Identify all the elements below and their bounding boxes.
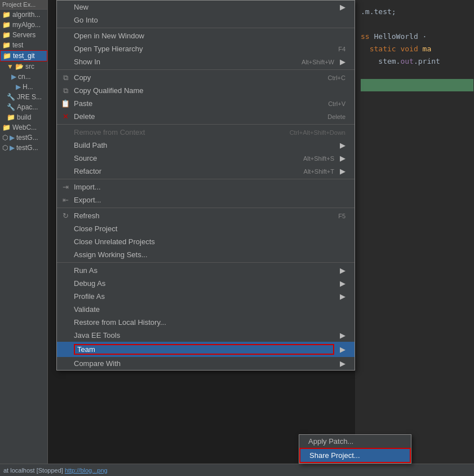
shortcut-refactor: Alt+Shift+T bbox=[304, 168, 334, 175]
menu-item-copy-qualified-label: Copy Qualified Name bbox=[74, 86, 345, 95]
folder-icon: 📂 bbox=[15, 63, 24, 70]
menu-item-profile-as[interactable]: Profile As ▶ bbox=[57, 290, 355, 303]
menu-item-compare-with[interactable]: Compare With ▶ bbox=[57, 357, 355, 370]
status-badge: [Stopped] bbox=[37, 467, 63, 474]
folder-icon: 📁 bbox=[7, 113, 15, 121]
submenu-item-apply-patch[interactable]: Apply Patch... bbox=[299, 435, 411, 448]
menu-item-paste-label: Paste bbox=[74, 99, 317, 108]
context-menu: New ▶ Go Into Open in New Window Open Ty… bbox=[56, 0, 355, 371]
menu-item-run-as-label: Run As bbox=[74, 266, 334, 275]
package-icon: ▶ bbox=[11, 73, 16, 81]
menu-item-import[interactable]: ⇥ Import... bbox=[57, 180, 355, 193]
menu-item-new[interactable]: New ▶ bbox=[57, 1, 355, 14]
menu-item-paste[interactable]: 📋 Paste Ctrl+V bbox=[57, 97, 355, 110]
menu-item-java-ee-tools[interactable]: Java EE Tools ▶ bbox=[57, 329, 355, 342]
menu-item-open-new-window[interactable]: Open in New Window bbox=[57, 29, 355, 42]
sidebar-item-src[interactable]: ▼ 📂 src bbox=[0, 61, 47, 72]
sidebar-item-cn[interactable]: ▶ cn... bbox=[0, 72, 47, 82]
sidebar-item-testg2[interactable]: ⬡ ▶ testG... bbox=[0, 143, 47, 153]
arrow-icon: ▶ bbox=[340, 266, 345, 275]
menu-item-source-label: Source bbox=[74, 154, 292, 162]
folder-icon: 📁 bbox=[2, 11, 11, 19]
menu-item-copy[interactable]: ⧉ Copy Ctrl+C bbox=[57, 71, 355, 84]
menu-item-refresh[interactable]: ↻ Refresh F5 bbox=[57, 209, 355, 222]
sidebar-item-jre[interactable]: 🔧 JRE S... bbox=[0, 92, 47, 102]
sidebar-item-test[interactable]: 📁 test bbox=[0, 40, 47, 50]
triangle-icon: ▼ bbox=[7, 63, 14, 70]
sidebar-item-h[interactable]: ▶ H... bbox=[0, 82, 47, 92]
menu-item-assign-sets[interactable]: Assign Working Sets... bbox=[57, 248, 355, 261]
sidebar-item-build[interactable]: 📁 build bbox=[0, 112, 47, 122]
shortcut-f4: F4 bbox=[338, 46, 345, 52]
submenu-item-share-project[interactable]: Share Project... bbox=[299, 448, 411, 463]
folder-icon: 📁 bbox=[3, 52, 11, 60]
menu-item-assign-sets-label: Assign Working Sets... bbox=[74, 250, 345, 259]
arrow-icon: ▶ bbox=[340, 3, 345, 11]
menu-item-show-in[interactable]: Show In Alt+Shift+W ▶ bbox=[57, 55, 355, 68]
menu-item-refactor[interactable]: Refactor Alt+Shift+T ▶ bbox=[57, 165, 355, 178]
menu-item-restore-history-label: Restore from Local History... bbox=[74, 318, 345, 327]
sidebar-item-apac[interactable]: 🔧 Apac... bbox=[0, 102, 47, 112]
lib-icon: 🔧 bbox=[7, 103, 15, 111]
menu-item-import-label: Import... bbox=[74, 183, 345, 191]
refresh-icon: ↻ bbox=[60, 211, 70, 220]
import-icon: ⇥ bbox=[60, 183, 70, 191]
sidebar-title: Project Ex... bbox=[0, 0, 47, 10]
project-explorer: Project Ex... 📁 algorith... 📁 myAlgo... … bbox=[0, 0, 48, 476]
menu-item-restore-history[interactable]: Restore from Local History... bbox=[57, 316, 355, 329]
separator-1 bbox=[57, 28, 355, 28]
arrow-icon: ▶ bbox=[340, 292, 345, 301]
menu-item-profile-as-label: Profile As bbox=[74, 292, 334, 301]
menu-item-source[interactable]: Source Alt+Shift+S ▶ bbox=[57, 152, 355, 165]
separator-5 bbox=[57, 208, 355, 208]
sidebar-item-servers[interactable]: 📁 Servers bbox=[0, 30, 47, 40]
menu-item-validate-label: Validate bbox=[74, 305, 345, 314]
menu-item-go-into[interactable]: Go Into bbox=[57, 14, 355, 27]
separator-2 bbox=[57, 69, 355, 70]
arrow-icon: ⬡ bbox=[2, 144, 8, 152]
sidebar-item-algorith[interactable]: 📁 algorith... bbox=[0, 10, 47, 20]
menu-item-team[interactable]: Team ▶ bbox=[57, 342, 355, 357]
folder-icon: 📁 bbox=[2, 124, 11, 131]
copy-icon: ⧉ bbox=[60, 73, 70, 82]
menu-item-export[interactable]: ⇤ Export... bbox=[57, 193, 355, 206]
code-line-4: static void ma bbox=[361, 43, 468, 55]
arrow-icon: ▶ bbox=[340, 345, 345, 354]
menu-item-open-type-hierarchy[interactable]: Open Type Hierarchy F4 bbox=[57, 42, 355, 55]
menu-item-copy-qualified[interactable]: ⧉ Copy Qualified Name bbox=[57, 84, 355, 97]
apply-patch-label: Apply Patch... bbox=[308, 437, 402, 446]
arrow-icon: ▶ bbox=[340, 58, 345, 66]
menu-item-show-in-label: Show In bbox=[74, 58, 290, 66]
sidebar-item-test-git[interactable]: 📁 test_git bbox=[0, 50, 47, 61]
menu-item-validate[interactable]: Validate bbox=[57, 303, 355, 316]
menu-item-copy-label: Copy bbox=[74, 73, 317, 82]
shortcut-delete: Delete bbox=[327, 113, 345, 120]
code-editor: .m.test; ss HelloWorld · static void ma … bbox=[355, 0, 474, 476]
shortcut-refresh: F5 bbox=[338, 213, 345, 219]
paste-icon: 📋 bbox=[60, 99, 70, 108]
menu-item-hierarchy-label: Open Type Hierarchy bbox=[74, 45, 327, 53]
menu-item-build-path[interactable]: Build Path ▶ bbox=[57, 139, 355, 152]
status-url[interactable]: http://blog...png bbox=[65, 467, 108, 474]
menu-item-remove-context-label: Remove from Context bbox=[74, 128, 278, 136]
menu-item-refactor-label: Refactor bbox=[74, 167, 293, 175]
status-bar: at localhost [Stopped] http://blog...png bbox=[0, 464, 474, 476]
arrow-icon: ▶ bbox=[340, 167, 345, 175]
sidebar-item-testg1[interactable]: ⬡ ▶ testG... bbox=[0, 133, 47, 143]
menu-item-close-project[interactable]: Close Project bbox=[57, 222, 355, 235]
menu-item-close-unrelated[interactable]: Close Unrelated Projects bbox=[57, 235, 355, 248]
menu-item-debug-as[interactable]: Debug As ▶ bbox=[57, 277, 355, 290]
code-line-5: stem.out.print bbox=[361, 55, 468, 68]
code-line-2 bbox=[361, 18, 468, 30]
team-submenu: Apply Patch... Share Project... bbox=[299, 434, 411, 464]
arrow-icon: ▶ bbox=[340, 359, 345, 368]
menu-item-run-as[interactable]: Run As ▶ bbox=[57, 264, 355, 277]
menu-item-refresh-label: Refresh bbox=[74, 211, 327, 220]
menu-item-delete[interactable]: ✕ Delete Delete bbox=[57, 110, 355, 123]
delete-icon: ✕ bbox=[60, 112, 70, 121]
menu-item-export-label: Export... bbox=[74, 196, 345, 204]
sidebar-item-webc[interactable]: 📁 WebC... bbox=[0, 122, 47, 133]
sidebar-item-myalgo[interactable]: 📁 myAlgo... bbox=[0, 20, 47, 30]
menu-item-remove-context: Remove from Context Ctrl+Alt+Shift+Down bbox=[57, 126, 355, 139]
arrow-icon: ⬡ bbox=[2, 134, 8, 142]
